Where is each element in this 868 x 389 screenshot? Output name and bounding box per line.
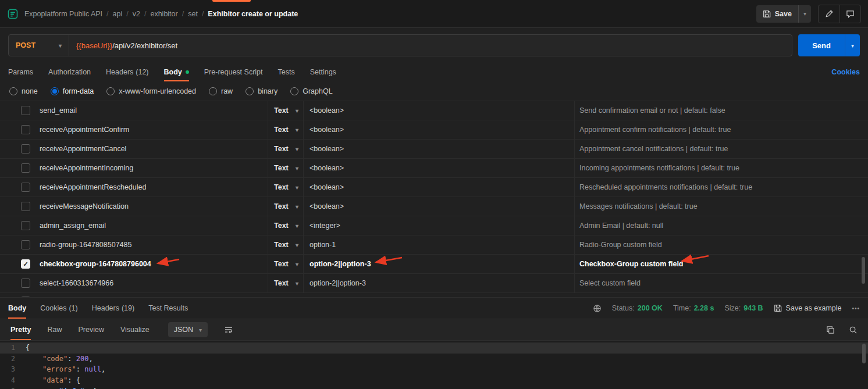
wrap-text-icon[interactable] (224, 325, 233, 334)
row-checkbox[interactable] (21, 163, 30, 173)
save-as-example-button[interactable]: Save as example (774, 304, 842, 312)
param-type-select[interactable]: Text▾ (268, 255, 304, 273)
param-value[interactable]: option-1 (304, 235, 574, 254)
param-key[interactable]: send_email (35, 101, 268, 120)
param-type-select[interactable]: Text▾ (268, 235, 304, 254)
param-key[interactable]: checkbox-group-1647808796004 (35, 255, 268, 273)
breadcrumb-segment[interactable]: set (188, 10, 198, 18)
param-key[interactable]: receiveAppointmentRescheduled (35, 178, 268, 197)
param-value[interactable]: <boolean> (304, 101, 574, 120)
row-checkbox[interactable] (21, 144, 30, 154)
param-value[interactable]: <boolean> (304, 159, 574, 177)
param-type-select[interactable]: Text▾ (268, 159, 304, 177)
row-checkbox[interactable]: ✓ (21, 259, 30, 269)
body-type-binary[interactable]: binary (246, 87, 278, 95)
edit-button[interactable] (819, 5, 839, 23)
param-key[interactable]: receiveMessageNotification (35, 197, 268, 216)
param-key[interactable]: select-1660313674966 (35, 274, 268, 292)
param-type-select[interactable]: Text▾ (268, 140, 304, 158)
row-checkbox[interactable] (21, 240, 30, 249)
param-value[interactable]: <boolean> (304, 120, 574, 139)
save-options-button[interactable]: ▾ (798, 5, 811, 23)
param-description[interactable]: Admin Email | default: null (574, 216, 868, 235)
format-select[interactable]: JSON ▾ (168, 322, 208, 337)
status-badge[interactable]: Status: 200 OK (612, 304, 663, 312)
param-type-select[interactable]: Text▾ (268, 216, 304, 235)
send-options-button[interactable]: ▾ (845, 34, 860, 56)
breadcrumb-segment[interactable]: api (113, 10, 123, 18)
param-key[interactable]: admin_assign_email (35, 216, 268, 235)
param-type-select[interactable]: Text▾ (268, 101, 304, 120)
tab-body[interactable]: Body (164, 63, 189, 81)
row-checkbox[interactable] (21, 297, 30, 297)
chevron-down-icon: ▾ (803, 10, 806, 17)
row-checkbox[interactable] (21, 202, 30, 211)
row-checkbox[interactable] (21, 183, 30, 192)
body-type-raw[interactable]: raw (209, 87, 233, 95)
url-input[interactable]: {{baseUrl}}/api/v2/exhibitor/set (69, 35, 792, 56)
breadcrumb-collection[interactable]: Expoplatform Public API (24, 10, 102, 18)
tab-settings[interactable]: Settings (310, 63, 336, 81)
param-description[interactable]: Select custom field (574, 274, 868, 292)
response-tab-test-results[interactable]: Test Results (148, 298, 188, 319)
copy-icon[interactable] (826, 326, 835, 334)
view-tab-preview[interactable]: Preview (78, 319, 104, 340)
param-description[interactable]: Appointment confirm notifications | defa… (574, 120, 868, 139)
tab-authorization[interactable]: Authorization (48, 63, 91, 81)
view-tab-visualize[interactable]: Visualize (120, 319, 150, 340)
param-value[interactable]: <boolean> (304, 197, 574, 216)
method-select[interactable]: POST ▾ (9, 35, 69, 56)
body-type-none[interactable]: none (9, 87, 38, 95)
response-tab-cookies[interactable]: Cookies(1) (40, 298, 77, 319)
network-icon[interactable] (593, 304, 602, 313)
code-scrollbar[interactable] (862, 344, 866, 363)
response-body-code[interactable]: 1{2 "code": 200,3 "errors": null,4 "data… (0, 341, 868, 389)
save-button[interactable]: Save (756, 5, 798, 23)
more-options-button[interactable]: ••• (852, 305, 860, 312)
body-type-x-www-form-urlencoded[interactable]: x-www-form-urlencoded (106, 87, 196, 95)
row-checkbox[interactable] (21, 106, 30, 115)
param-description[interactable]: Send confirmation email or not | default… (574, 101, 868, 120)
breadcrumb-segment[interactable]: v2 (133, 10, 140, 18)
param-description[interactable]: Radio-Group custom field (574, 235, 868, 254)
breadcrumb-segment[interactable]: exhibitor (150, 10, 177, 18)
row-checkbox[interactable] (21, 221, 30, 230)
cookies-link[interactable]: Cookies (831, 68, 860, 76)
tab-headers[interactable]: Headers(12) (106, 63, 148, 81)
view-tab-pretty[interactable]: Pretty (10, 319, 31, 340)
comments-button[interactable] (839, 5, 860, 23)
response-tab-body[interactable]: Body (8, 298, 26, 319)
tab-pre-request-script[interactable]: Pre-request Script (204, 63, 263, 81)
param-type-select[interactable]: Text▾ (268, 120, 304, 139)
param-key[interactable]: receiveAppointmentCancel (35, 140, 268, 158)
param-key[interactable]: receiveAppointmentConfirm (35, 120, 268, 139)
tab-params[interactable]: Params (8, 63, 33, 81)
param-value[interactable]: option-2||option-3 (304, 274, 574, 292)
param-type-select[interactable]: Text▾ (268, 274, 304, 292)
param-type-select[interactable]: Text▾ (268, 178, 304, 197)
send-button[interactable]: Send (798, 34, 845, 56)
param-description[interactable]: Rescheduled appointments notifications |… (574, 178, 868, 197)
body-type-form-data[interactable]: form-data (51, 87, 94, 95)
search-icon[interactable] (849, 326, 858, 334)
row-checkbox[interactable] (21, 125, 30, 134)
size-badge[interactable]: Size: 943 B (724, 304, 763, 312)
time-badge[interactable]: Time: 2.28 s (673, 304, 714, 312)
table-scrollbar[interactable] (862, 257, 865, 284)
param-description[interactable]: Messages notifications | default: true (574, 197, 868, 216)
param-value[interactable]: <integer> (304, 216, 574, 235)
param-description[interactable]: Incoming appointments notifications | de… (574, 159, 868, 177)
param-value[interactable]: option-2||option-3 (304, 255, 574, 273)
param-key[interactable]: receiveAppointmentIncoming (35, 159, 268, 177)
param-value[interactable]: <boolean> (304, 178, 574, 197)
param-description[interactable]: Checkbox-Group custom field (574, 255, 868, 273)
response-tab-headers[interactable]: Headers(19) (92, 298, 134, 319)
view-tab-raw[interactable]: Raw (47, 319, 62, 340)
tab-tests[interactable]: Tests (278, 63, 295, 81)
param-value[interactable]: <boolean> (304, 140, 574, 158)
body-type-graphql[interactable]: GraphQL (290, 87, 332, 95)
row-checkbox[interactable] (21, 279, 30, 288)
param-type-select[interactable]: Text▾ (268, 197, 304, 216)
param-key[interactable]: radio-group-1647808507485 (35, 235, 268, 254)
param-description[interactable]: Appointment cancel notifications | defau… (574, 140, 868, 158)
